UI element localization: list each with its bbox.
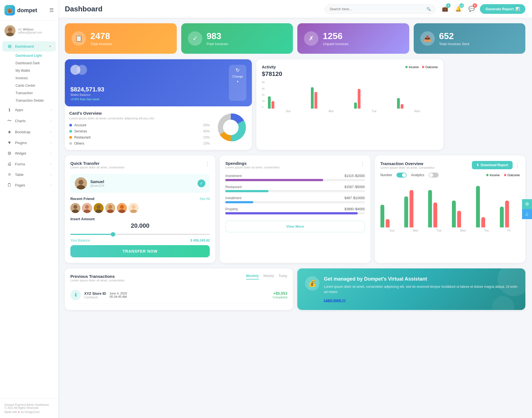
sidebar-item-dashboard[interactable]: ⊞ Dashboard ▼: [2, 41, 56, 52]
friend-avatar-1[interactable]: [70, 203, 80, 213]
bar-group: [354, 89, 395, 109]
search-input[interactable]: [329, 7, 424, 11]
nav-sub-item-my-wallet[interactable]: My Wallet: [11, 67, 56, 74]
svg-point-17: [108, 205, 112, 209]
toggle1-label: Number: [380, 173, 392, 177]
income-bar: [404, 196, 408, 228]
outcome-bar: [457, 211, 461, 227]
water-float-button[interactable]: 💧: [522, 209, 532, 219]
txn-row-type: Cashback: [84, 296, 106, 299]
settings-float-button[interactable]: ⚙: [522, 199, 532, 209]
activity-amount: $78120: [262, 70, 438, 78]
big-bar-chart: [380, 183, 520, 227]
sidebar-item-plugins[interactable]: ♥ Plugins ›: [2, 138, 56, 148]
balance-value: $ 456,345.62: [190, 239, 210, 242]
legend-pct-others: 15%: [203, 142, 210, 145]
charts-icon: 〜: [7, 118, 12, 124]
spendings-header: Spendings Lorem ipsum dolor sit amet, co…: [225, 161, 365, 173]
apps-icon: ℹ: [7, 107, 12, 112]
spending-label: Installment$487 /$10000: [225, 196, 365, 200]
amount-slider[interactable]: [70, 234, 210, 235]
legend-account: Account 20%: [69, 123, 210, 127]
number-toggle[interactable]: [397, 173, 406, 178]
search-icon[interactable]: 🔍: [426, 7, 431, 11]
txn-income-dot: [486, 174, 488, 176]
friend-avatar-6[interactable]: [129, 203, 139, 213]
bootstrap-icon: ★: [7, 129, 12, 135]
pt-tab-today[interactable]: Today: [278, 274, 287, 279]
friend-avatar-5[interactable]: [117, 203, 127, 213]
chevron-right-icon7: ›: [51, 173, 52, 176]
spending-bar-bg: [225, 190, 365, 192]
svg-point-11: [85, 205, 89, 209]
toggle-knob-2: [429, 173, 433, 177]
contact-handle: @sam224: [90, 184, 104, 187]
water-float-icon: 💧: [524, 211, 530, 217]
paid-invoices-number: 983: [207, 31, 228, 41]
overview-legend: Account 20% Services 40% Restaurant: [69, 123, 210, 145]
wallet-icon-btn[interactable]: 💼 2: [440, 4, 450, 14]
spending-bar-bg: [225, 212, 365, 214]
activity-legend: Income Outcome: [405, 65, 438, 69]
txn-row-amount: +$5,553: [273, 291, 287, 296]
quick-transfer-menu[interactable]: ⋮: [205, 161, 210, 167]
txn-chart-area: SunMonTueWedThuFri: [380, 181, 520, 232]
sidebar-item-pages[interactable]: 🗒 Pages ›: [2, 180, 56, 190]
nav-sub-item-dashboard-light[interactable]: Dashboard Light: [11, 52, 56, 59]
logo-icon: 👜: [4, 5, 15, 16]
wallet-cards-widget: $824,571.93 Wallet Balance +0.8% than la…: [65, 59, 252, 150]
sidebar-item-widget[interactable]: ⚙ Widget ›: [2, 148, 56, 158]
nav-main: ⊞ Dashboard ▼ Dashboard Light Dashboard …: [0, 39, 58, 193]
view-more-button[interactable]: View More: [225, 220, 365, 232]
chevron-down-icon: ▼: [49, 45, 52, 48]
friend-avatar-3[interactable]: [94, 203, 104, 213]
nav-sub-item-transaction[interactable]: Transaction: [11, 89, 56, 97]
bar-group: [311, 87, 352, 109]
pt-tab-weekly[interactable]: Weekly: [263, 274, 274, 279]
floating-panel: ⚙ 💧: [522, 199, 532, 219]
friend-avatar-4[interactable]: [105, 203, 115, 213]
message-icon-btn[interactable]: 💬 5: [467, 4, 477, 14]
quick-transfer-title: Quick Transfer: [70, 161, 125, 166]
nav-sub-item-cards-center[interactable]: Cards Center: [11, 82, 56, 89]
sent-invoices-number: 652: [439, 31, 469, 41]
va-learn-more-link[interactable]: Learn more >>: [324, 298, 346, 302]
sidebar-item-bootstrap[interactable]: ★ Bootstrap ›: [2, 127, 56, 137]
nav-sub-item-dashboard-dark[interactable]: Dashboard Dark: [11, 60, 56, 67]
download-report-button[interactable]: ⬇ Download Report: [472, 161, 513, 169]
svg-point-14: [97, 205, 101, 209]
cards-overview-left: Card's Overview Lorem ipsum dolor sit am…: [69, 111, 210, 145]
nav-sub-item-invoices[interactable]: Invoices: [11, 75, 56, 82]
gear-float-icon: ⚙: [525, 201, 529, 207]
sidebar-item-table[interactable]: ≡ Table ›: [2, 170, 56, 179]
nav-sub-item-transaction-details[interactable]: Transaction Details: [11, 97, 56, 104]
legend-dot-others: [69, 142, 72, 145]
txn-row-info: XYZ Store ID Cashback: [84, 291, 106, 299]
bell-icon-btn[interactable]: 🔔 12: [453, 4, 463, 14]
outcome-legend: Outcome: [422, 65, 438, 69]
txn-outcome-legend: Outcome: [504, 173, 520, 177]
spendings-menu[interactable]: ⋮: [360, 161, 365, 167]
hamburger-icon[interactable]: ☰: [49, 7, 54, 13]
legend-pct-restaurant: 15%: [203, 135, 210, 139]
sidebar-item-charts[interactable]: 〜 Charts ›: [2, 116, 56, 126]
txn-menu[interactable]: ⋮: [515, 162, 520, 168]
friend-avatar-2[interactable]: [82, 203, 92, 213]
income-bar: [397, 98, 400, 109]
analytics-toggle[interactable]: [429, 173, 439, 178]
legend-others: Others 15%: [69, 142, 210, 145]
transfer-now-button[interactable]: TRANSFER NOW: [70, 245, 210, 257]
wallet-change-button[interactable]: ↻ Change ▾: [229, 65, 246, 101]
sidebar-item-apps[interactable]: ℹ Apps ›: [2, 105, 56, 115]
see-all-link[interactable]: See All: [200, 197, 210, 201]
income-bar: [268, 96, 271, 109]
generate-report-button[interactable]: Generate Report 📊: [480, 4, 525, 14]
pie-chart: [214, 111, 247, 144]
pt-tab-monthly[interactable]: Monthly: [246, 274, 259, 279]
spending-bar-bg: [225, 201, 365, 203]
sidebar-item-forms[interactable]: 🖨 Forms ›: [2, 159, 56, 169]
va-content: Get managed by Dompet's Virtual Assistan…: [324, 276, 518, 302]
overview-title: Card's Overview: [69, 111, 210, 116]
txn-overview-title: Transaction Overview: [380, 161, 435, 166]
income-bar: [428, 190, 432, 227]
